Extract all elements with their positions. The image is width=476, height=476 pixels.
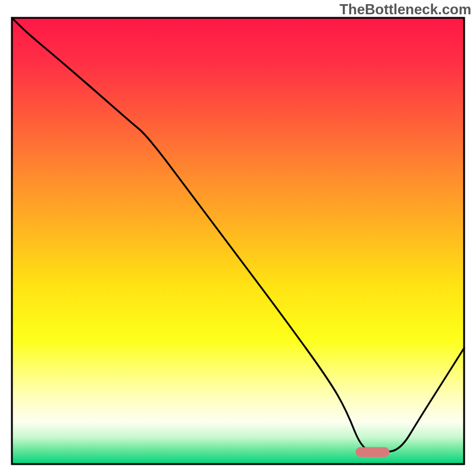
watermark-text: TheBottleneck.com: [340, 1, 471, 18]
optimum-marker: [356, 447, 390, 458]
bottleneck-chart: [0, 0, 476, 476]
chart-container: TheBottleneck.com: [0, 0, 476, 476]
gradient-background: [12, 18, 464, 464]
